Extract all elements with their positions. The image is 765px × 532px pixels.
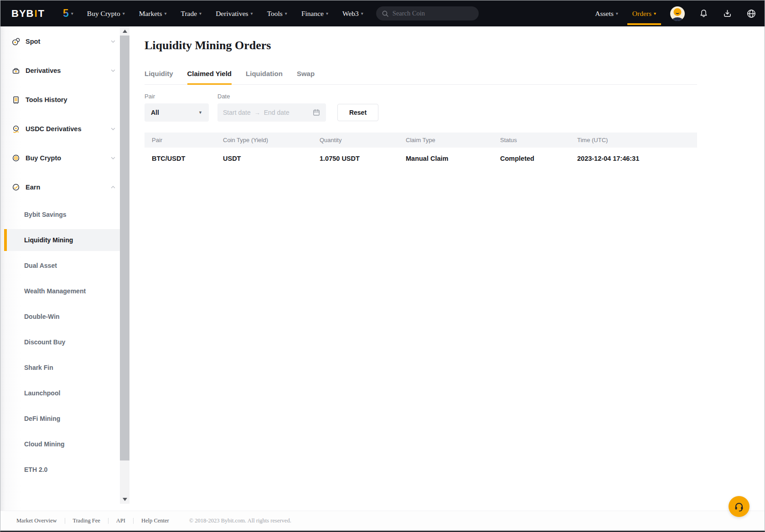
sidebar-item-tools-history[interactable]: Tools History	[0, 85, 129, 114]
sidebar-item-eth-2-0[interactable]: ETH 2.0	[0, 457, 129, 482]
footer-divider	[65, 518, 65, 524]
logo-text-right: T	[38, 8, 45, 20]
footer: Market Overview Trading Fee API Help Cen…	[0, 511, 765, 531]
column-header-time: Time (UTC)	[570, 137, 697, 143]
sidebar-item-wealth-management[interactable]: Wealth Management	[0, 278, 129, 304]
menu-item-buy-crypto[interactable]: Buy Crypto▾	[87, 10, 125, 18]
date-filter-label: Date	[217, 93, 326, 100]
spot-icon	[11, 37, 21, 46]
orders-menu[interactable]: Orders ▾	[632, 10, 656, 18]
sidebar-item-bybit-savings[interactable]: Bybit Savings	[0, 202, 129, 227]
pair-select[interactable]: All ▼	[145, 103, 209, 122]
assets-menu[interactable]: Assets ▾	[595, 10, 618, 18]
sidebar: Spot Derivatives Tools History	[0, 26, 129, 511]
table-header: Pair Coin Type (Yield) Quantity Claim Ty…	[145, 133, 697, 148]
chevron-down-icon: ▾	[326, 11, 328, 16]
sidebar-item-defi-mining[interactable]: DeFi Mining	[0, 406, 129, 431]
menu-item-tools[interactable]: Tools▾	[267, 10, 287, 18]
pair-filter-label: Pair	[145, 93, 209, 100]
logo-accent-bar: I	[34, 8, 37, 20]
calendar-icon	[312, 108, 320, 117]
reset-button[interactable]: Reset	[337, 104, 378, 121]
sidebar-item-liquidity-mining[interactable]: Liquidity Mining	[4, 229, 125, 251]
bybit-logo[interactable]: BYBIT	[11, 8, 45, 20]
user-avatar[interactable]	[670, 6, 685, 21]
tab-liquidation[interactable]: Liquidation	[246, 70, 283, 84]
sidebar-item-buy-crypto[interactable]: Buy Crypto	[0, 143, 129, 173]
start-date-input[interactable]: Start date	[223, 109, 251, 116]
support-chat-button[interactable]	[729, 496, 749, 517]
scrollbar-thumb[interactable]	[120, 36, 129, 460]
top-navbar: BYBIT 5 ▾ Buy Crypto▾ Markets▾ Trade▾ De…	[0, 0, 765, 26]
search-input[interactable]	[393, 10, 461, 17]
column-header-quantity: Quantity	[312, 137, 398, 143]
cell-pair: BTC/USDT	[145, 155, 216, 162]
active-tab-indicator	[187, 83, 232, 85]
footer-link-trading-fee[interactable]: Trading Fee	[73, 517, 100, 524]
chevron-down-icon: ▾	[251, 11, 253, 16]
copyright-text: © 2018-2023 Bybit.com. All rights reserv…	[189, 517, 291, 524]
menu-item-web3[interactable]: Web3▾	[342, 10, 363, 18]
menu-item-trade[interactable]: Trade▾	[181, 10, 202, 18]
sidebar-item-usdc-derivatives[interactable]: USDC Derivatives	[0, 114, 129, 143]
sidebar-item-earn[interactable]: Earn	[0, 173, 129, 202]
column-header-claim-type: Claim Type	[398, 137, 493, 143]
menu-item-finance[interactable]: Finance▾	[301, 10, 328, 18]
menu-item-derivatives[interactable]: Derivatives▾	[216, 10, 253, 18]
search-box[interactable]	[376, 6, 479, 20]
orders-table: Pair Coin Type (Yield) Quantity Claim Ty…	[145, 133, 697, 169]
anniversary-5-icon: 5	[63, 7, 69, 20]
main-menu: Buy Crypto▾ Markets▾ Trade▾ Derivatives▾…	[87, 10, 363, 18]
sidebar-item-double-win[interactable]: Double-Win	[0, 304, 129, 329]
sidebar-nav: Spot Derivatives Tools History	[0, 26, 129, 482]
tools-history-icon	[11, 95, 21, 104]
cell-time: 2023-12-04 17:46:31	[570, 155, 697, 162]
cell-status: Completed	[493, 155, 570, 162]
anniversary-5-menu[interactable]: 5 ▾	[63, 7, 73, 20]
menu-item-markets[interactable]: Markets▾	[139, 10, 167, 18]
page-title: Liquidity Mining Orders	[145, 39, 697, 52]
download-app-icon[interactable]	[723, 9, 732, 18]
language-globe-icon[interactable]	[746, 9, 756, 19]
date-range-picker[interactable]: Start date → End date	[217, 103, 326, 122]
sidebar-item-discount-buy[interactable]: Discount Buy	[0, 329, 129, 355]
sidebar-item-launchpool[interactable]: Launchpool	[0, 380, 129, 406]
filters-row: Pair All ▼ Date Start date → End date	[145, 93, 697, 122]
chevron-down-icon	[110, 68, 116, 73]
sidebar-item-derivatives[interactable]: Derivatives	[0, 56, 129, 85]
scroll-up-arrow[interactable]	[120, 26, 129, 36]
chevron-down-icon: ▾	[164, 11, 166, 16]
column-header-status: Status	[493, 137, 570, 143]
chevron-down-icon	[110, 126, 116, 132]
end-date-input[interactable]: End date	[264, 109, 289, 116]
chevron-up-icon	[110, 184, 116, 190]
footer-link-api[interactable]: API	[116, 517, 125, 524]
footer-divider	[108, 518, 109, 524]
chevron-down-icon	[110, 39, 116, 44]
browser-viewport: BYBIT 5 ▾ Buy Crypto▾ Markets▾ Trade▾ De…	[0, 0, 765, 532]
navbar-right: Assets ▾ Orders ▾	[595, 6, 756, 21]
sidebar-item-shark-fin[interactable]: Shark Fin	[0, 355, 129, 380]
earn-icon	[11, 183, 21, 192]
sidebar-item-cloud-mining[interactable]: Cloud Mining	[0, 431, 129, 457]
chevron-down-icon: ▾	[123, 11, 125, 16]
sidebar-item-spot[interactable]: Spot	[0, 27, 129, 56]
active-nav-indicator	[627, 23, 661, 25]
footer-divider	[133, 518, 134, 524]
main-content: Liquidity Mining Orders Liquidity Claime…	[129, 26, 765, 511]
tab-liquidity[interactable]: Liquidity	[145, 70, 173, 84]
cell-quantity: 1.0750 USDT	[312, 155, 398, 162]
chevron-down-icon: ▾	[71, 11, 73, 16]
buy-crypto-icon	[11, 153, 21, 163]
footer-link-help-center[interactable]: Help Center	[141, 517, 169, 524]
cell-coin-type: USDT	[216, 155, 312, 162]
table-row: BTC/USDT USDT 1.0750 USDT Manual Claim C…	[145, 148, 697, 169]
page-body: Spot Derivatives Tools History	[0, 26, 765, 511]
tab-swap[interactable]: Swap	[297, 70, 315, 84]
tab-claimed-yield[interactable]: Claimed Yield	[187, 70, 232, 84]
sidebar-scrollbar[interactable]	[120, 26, 129, 504]
notifications-bell-icon[interactable]	[699, 9, 708, 18]
scroll-down-arrow[interactable]	[120, 495, 129, 504]
sidebar-item-dual-asset[interactable]: Dual Asset	[0, 253, 129, 278]
footer-link-market-overview[interactable]: Market Overview	[16, 517, 57, 524]
